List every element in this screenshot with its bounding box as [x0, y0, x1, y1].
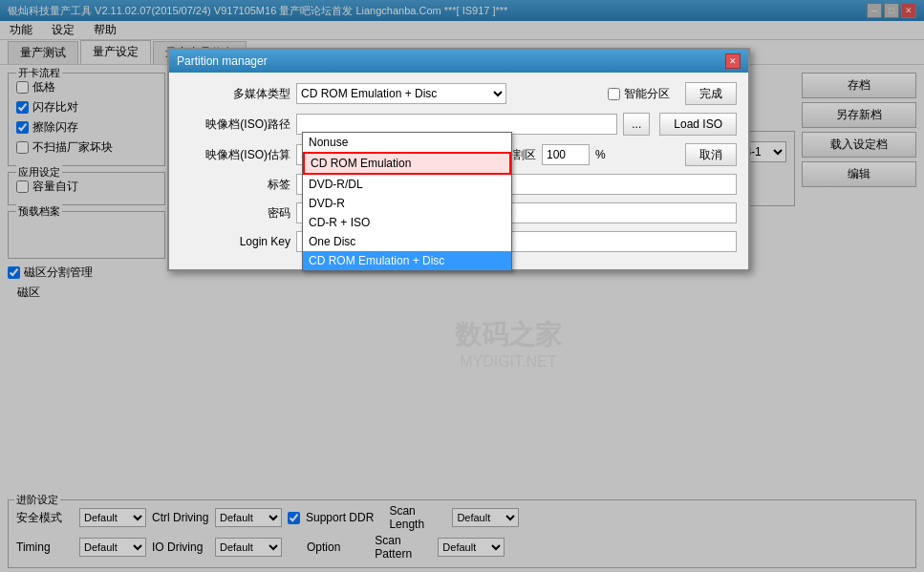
media-type-row: 多媒体类型 Nonuse CD ROM Emulation DVD-R/DL D…	[181, 82, 737, 105]
media-type-label: 多媒体类型	[181, 86, 290, 102]
load-iso-button[interactable]: Load ISO	[659, 113, 737, 136]
dropdown-item-cdr-iso[interactable]: CD-R + ISO	[303, 213, 511, 232]
percent-label: %	[595, 148, 606, 161]
dialog-body: 多媒体类型 Nonuse CD ROM Emulation DVD-R/DL D…	[169, 73, 748, 269]
dropdown-item-nonuse[interactable]: Nonuse	[303, 133, 511, 152]
done-button[interactable]: 完成	[685, 82, 737, 105]
iso-path-label: 映像档(ISO)路径	[181, 117, 290, 133]
smart-partition-area: 智能分区	[608, 86, 670, 102]
browse-button[interactable]: ...	[623, 113, 650, 136]
dropdown-item-one-disc[interactable]: One Disc	[303, 232, 511, 251]
partition-manager-dialog: Partition manager ✕ 多媒体类型 Nonuse CD ROM …	[167, 48, 750, 271]
login-key-label: Login Key	[181, 235, 290, 248]
dialog-title-text: Partition manager	[177, 54, 268, 68]
dropdown-item-dvd-rdl[interactable]: DVD-R/DL	[303, 175, 511, 194]
dropdown-item-cdrom[interactable]: CD ROM Emulation	[303, 152, 511, 175]
dropdown-item-cdrom-disc[interactable]: CD ROM Emulation + Disc	[303, 251, 511, 270]
cancel-button[interactable]: 取消	[685, 143, 737, 166]
tag-label: 标签	[181, 177, 290, 193]
dialog-close-button[interactable]: ✕	[725, 53, 741, 69]
media-type-dropdown: Nonuse CD ROM Emulation DVD-R/DL DVD-R C…	[302, 132, 512, 271]
media-type-select[interactable]: Nonuse CD ROM Emulation DVD-R/DL DVD-R C…	[296, 83, 506, 104]
smart-partition-checkbox[interactable]	[608, 88, 620, 100]
iso-size-label: 映像档(ISO)估算	[181, 147, 290, 163]
public-partition-input[interactable]	[542, 144, 590, 165]
smart-partition-label: 智能分区	[624, 86, 670, 102]
dropdown-item-dvd-r[interactable]: DVD-R	[303, 194, 511, 213]
dialog-title-bar: Partition manager ✕	[169, 50, 748, 73]
password-label: 密码	[181, 205, 290, 222]
